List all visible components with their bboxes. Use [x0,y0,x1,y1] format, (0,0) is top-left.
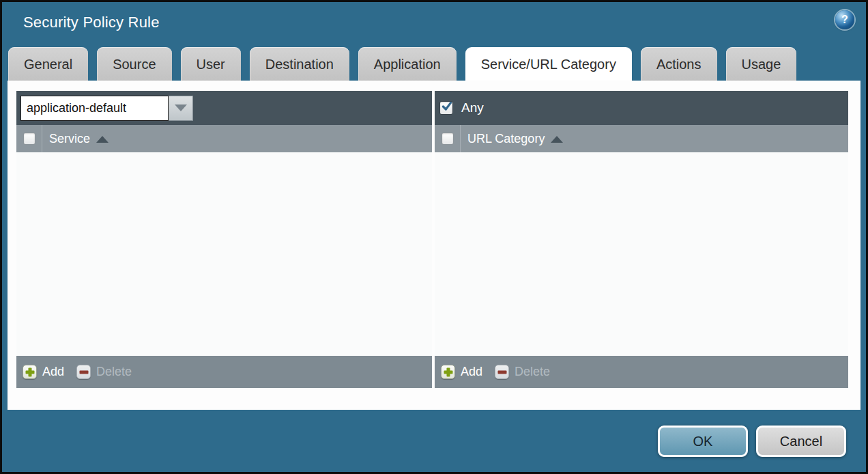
plus-icon [441,365,455,379]
url-category-toolbar: Any [435,91,848,125]
help-icon[interactable]: ? [835,10,854,29]
ok-button[interactable]: OK [658,426,748,457]
minus-icon [76,365,91,379]
tab-application[interactable]: Application [358,47,457,81]
service-select-all-cell [16,125,42,152]
sort-ascending-icon [551,136,563,143]
service-panel: Service Add Delete [16,91,432,388]
chevron-down-icon [175,104,187,111]
service-type-input[interactable] [20,96,169,121]
tab-service-url-category[interactable]: Service/URL Category [465,47,632,81]
tab-bar: General Source User Destination Applicat… [8,47,860,81]
url-category-table-header: URL Category [435,125,848,152]
security-policy-rule-dialog: Security Policy Rule ? General Source Us… [0,0,868,474]
any-checkbox-label: Any [461,100,484,115]
url-category-column-header[interactable]: URL Category [467,132,545,146]
cancel-button[interactable]: Cancel [756,426,846,457]
service-url-category-page: Service Add Delete [8,81,860,410]
plus-icon [23,365,37,379]
tab-destination[interactable]: Destination [250,47,349,81]
service-panel-toolbar [16,91,432,125]
select-all-url-categories-checkbox[interactable] [442,133,454,145]
sort-ascending-icon [96,136,108,143]
url-category-panel-footer: Add Delete [435,356,848,388]
minus-icon [495,365,509,379]
url-category-select-all-cell [435,125,461,152]
check-icon [442,100,452,113]
service-table-header: Service [16,125,432,152]
tab-general[interactable]: General [8,47,88,81]
service-list-body[interactable] [16,152,432,356]
tab-user[interactable]: User [181,47,241,81]
dialog-title: Security Policy Rule [23,14,160,31]
service-type-dropdown [20,96,193,121]
service-panel-footer: Add Delete [16,356,432,388]
delete-url-category-button[interactable]: Delete [495,365,550,379]
add-url-category-button[interactable]: Add [441,365,482,379]
delete-service-button[interactable]: Delete [76,365,132,379]
service-column-header[interactable]: Service [49,132,90,146]
url-category-panel: Any URL Category Add Delete [435,91,848,388]
tab-usage[interactable]: Usage [726,47,797,81]
add-service-button[interactable]: Add [23,365,64,379]
tab-source[interactable]: Source [97,47,171,81]
dialog-action-row: OK Cancel [658,426,846,457]
dropdown-arrow-button[interactable] [169,96,193,121]
tab-actions[interactable]: Actions [641,47,717,81]
url-category-list-body[interactable] [435,152,848,356]
select-all-services-checkbox[interactable] [23,133,35,145]
title-bar: Security Policy Rule ? [2,4,866,45]
question-mark-glyph: ? [841,14,848,25]
any-checkbox[interactable] [439,101,453,115]
